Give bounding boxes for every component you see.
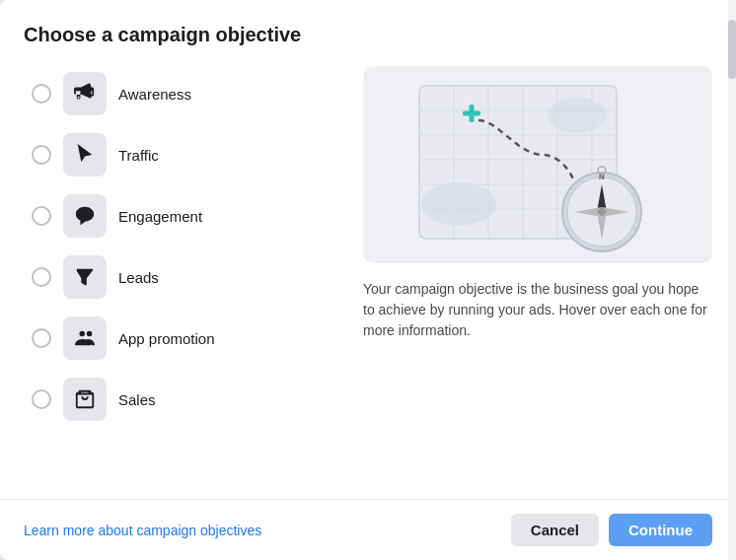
leads-label: Leads <box>118 269 159 286</box>
illustration: N <box>363 66 712 263</box>
svg-rect-17 <box>463 111 480 116</box>
continue-button[interactable]: Continue <box>609 514 712 546</box>
option-engagement[interactable]: Engagement <box>24 188 339 244</box>
filter-icon <box>74 266 96 288</box>
people-icon <box>74 327 96 349</box>
bag-icon <box>74 388 96 410</box>
sales-icon-box <box>63 378 107 421</box>
app-promotion-label: App promotion <box>118 330 215 347</box>
radio-awareness[interactable] <box>32 84 51 104</box>
svg-point-14 <box>421 182 496 226</box>
svg-point-1 <box>87 331 93 337</box>
svg-point-15 <box>548 98 607 133</box>
footer-buttons: Cancel Continue <box>511 514 712 546</box>
traffic-label: Traffic <box>118 147 159 164</box>
app-promotion-icon-box <box>63 316 107 360</box>
options-list: Awareness Traffic <box>24 66 339 483</box>
option-app-promotion[interactable]: App promotion <box>24 311 339 366</box>
option-awareness[interactable]: Awareness <box>24 66 339 121</box>
radio-sales[interactable] <box>32 389 51 409</box>
scrollbar-thumb[interactable] <box>728 20 736 79</box>
sales-label: Sales <box>118 391 156 408</box>
radio-traffic[interactable] <box>32 145 51 165</box>
traffic-icon-box <box>63 133 107 176</box>
dialog-footer: Learn more about campaign objectives Can… <box>0 499 736 560</box>
option-leads[interactable]: Leads <box>24 249 339 305</box>
awareness-icon-box <box>63 72 107 115</box>
svg-point-0 <box>80 331 86 337</box>
megaphone-icon <box>74 83 96 105</box>
radio-engagement[interactable] <box>32 206 51 226</box>
option-sales[interactable]: Sales <box>24 372 339 427</box>
campaign-objective-dialog: Choose a campaign objective Awareness <box>0 0 736 560</box>
chat-icon <box>74 205 96 227</box>
illustration-svg: N <box>363 66 712 263</box>
radio-leads[interactable] <box>32 267 51 287</box>
learn-more-link[interactable]: Learn more about campaign objectives <box>24 523 261 538</box>
leads-icon-box <box>63 255 107 299</box>
radio-app-promotion[interactable] <box>32 328 51 348</box>
dialog-title: Choose a campaign objective <box>24 24 712 46</box>
awareness-label: Awareness <box>118 86 191 103</box>
engagement-icon-box <box>63 194 107 238</box>
scrollbar-track <box>728 0 736 560</box>
cancel-button[interactable]: Cancel <box>511 514 599 546</box>
engagement-label: Engagement <box>118 208 202 225</box>
cursor-icon <box>74 144 96 166</box>
info-panel: N Your campaign objective is the busines… <box>363 66 712 483</box>
info-description: Your campaign objective is the business … <box>363 279 712 341</box>
option-traffic[interactable]: Traffic <box>24 127 339 182</box>
